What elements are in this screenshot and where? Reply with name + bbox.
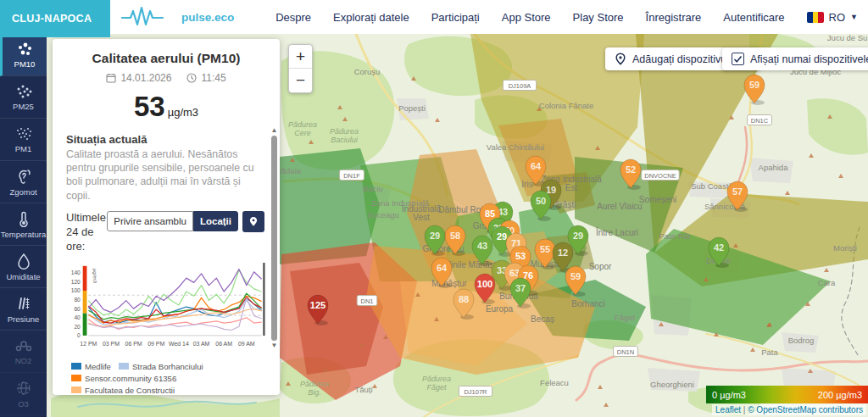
nav-inregistrare[interactable]: Înregistrare <box>646 11 702 24</box>
top-header: pulse.eco Despre Explorați datele Partic… <box>0 0 868 34</box>
map-label: Pata <box>761 348 778 357</box>
leaflet-link[interactable]: Leaflet <box>715 405 741 414</box>
nav-app-store[interactable]: App Store <box>502 11 551 24</box>
map-label: Jucu de Sus <box>827 34 868 42</box>
map-label: Între Lacuri <box>595 227 638 237</box>
sidebar-item-pm25[interactable]: PM25 <box>0 76 47 119</box>
sidebar-item-temperatura[interactable]: Temperatura <box>0 203 47 246</box>
brand-name[interactable]: pulse.eco <box>181 11 234 24</box>
svg-text:120: 120 <box>71 278 81 284</box>
pin-value: 64 <box>531 161 542 171</box>
road-shield-label: DN1 <box>360 297 373 305</box>
map-label: Apahida <box>759 163 789 172</box>
osm-link[interactable]: © OpenStreetMap contributors <box>748 405 863 414</box>
main-nav: Despre Explorați datele Participați App … <box>275 0 858 34</box>
pin-value: 29 <box>497 231 507 242</box>
threshold-band <box>83 265 87 290</box>
legend-swatch <box>119 363 129 370</box>
pin-value: 85 <box>485 208 495 219</box>
language-selector[interactable]: RO ▼ <box>807 11 858 24</box>
sidebar-item-pm1[interactable]: PM1 <box>0 119 47 161</box>
road-shield-label: DN1C <box>751 117 769 125</box>
chevron-down-icon: ▼ <box>850 13 858 21</box>
status-section: Situația actuală Calitate proastă a aeru… <box>66 133 264 203</box>
map-zoom-control: + − <box>288 44 313 93</box>
pin-value: 42 <box>714 242 724 253</box>
zoom-out-button[interactable]: − <box>289 69 312 92</box>
pin-value: 55 <box>540 244 550 254</box>
pin-value: 50 <box>536 196 546 206</box>
pin-value: 57 <box>732 186 743 197</box>
nav-participati[interactable]: Participați <box>431 11 480 24</box>
map-label: PădureaBaciului <box>330 127 359 144</box>
sidebar-item-umiditate[interactable]: Umiditate <box>0 246 47 288</box>
map-label: Făget <box>615 313 636 322</box>
svg-text:09 PM: 09 PM <box>147 341 164 347</box>
range-label: Ultimele 24 de ore: <box>66 211 107 254</box>
nav-autentificare[interactable]: Autentificare <box>723 11 784 24</box>
thermometer-icon <box>15 210 32 227</box>
pm25-dots-icon <box>14 84 33 99</box>
map-label: Cara <box>818 278 836 287</box>
sidebar-item-zgomot[interactable]: Zgomot <box>0 161 47 203</box>
status-heading: Situația actuală <box>66 133 264 146</box>
pin-value: 100 <box>477 279 492 289</box>
pin-icon <box>248 216 259 227</box>
air-quality-panel: Calitatea aerului (PM10) 14.01.2026 11:4… <box>53 39 280 395</box>
svg-text:140: 140 <box>71 270 81 275</box>
map-label: Borhanci <box>571 299 604 309</box>
map-label: Becaș <box>531 314 554 324</box>
sidebar-item-presiune[interactable]: Presiune <box>0 288 47 331</box>
threshold-band <box>83 291 87 313</box>
legend-item: Strada Borhanciului <box>119 362 203 371</box>
zoom-in-button[interactable]: + <box>289 45 312 69</box>
range-row: Ultimele 24 de ore: Privire ansamblu Loc… <box>66 211 264 254</box>
sidebar-item-pm10[interactable]: PM10 <box>0 34 47 76</box>
nav-explorati-datele[interactable]: Explorați datele <box>333 11 409 24</box>
checkbox-checked-icon[interactable] <box>732 53 744 65</box>
legend-swatch <box>71 375 81 381</box>
road-shield-label: DJ109A <box>509 82 531 90</box>
pin-value: 53 <box>515 251 526 261</box>
nav-despre[interactable]: Despre <box>275 11 311 24</box>
nav-play-store[interactable]: Play Store <box>573 11 624 24</box>
pin-value: 29 <box>573 231 583 241</box>
road-shield-label: DN1N <box>617 348 634 356</box>
language-code: RO <box>829 11 846 24</box>
map-label: Sopor <box>589 262 612 271</box>
overview-button[interactable]: Privire ansamblu <box>107 211 193 231</box>
threshold-band <box>83 313 87 335</box>
map-label: Someșeni <box>639 195 676 204</box>
romania-flag-icon <box>807 12 824 23</box>
pin-value: 43 <box>477 241 487 251</box>
history-chart: 020406080100120140µg/m312 PM03 PM06 PM09… <box>59 259 275 359</box>
svg-text:80: 80 <box>74 296 81 302</box>
legend-swatch <box>71 386 81 393</box>
view-toggle: Privire ansamblu Locații <box>107 211 238 231</box>
scale-max-label: 200 µg/m3 <box>818 390 862 400</box>
pin-view-button[interactable] <box>242 211 264 232</box>
chart-legend: MedlifeStrada BorhanciuluiSensor.communi… <box>71 362 268 395</box>
sidebar-item-no2[interactable]: NO2 <box>0 331 47 373</box>
svg-text:06 AM: 06 AM <box>215 341 232 347</box>
city-selector[interactable]: CLUJ-NAPOCA <box>0 0 110 37</box>
svg-text:09 AM: 09 AM <box>238 341 255 347</box>
map-label: Iris <box>521 180 532 189</box>
scroll-down-icon[interactable]: ▼ <box>271 342 278 349</box>
panel-scrollbar[interactable]: ▲ ▼ <box>270 127 278 349</box>
svg-text:100: 100 <box>71 287 81 293</box>
map-label: Gheorghieni <box>650 380 694 389</box>
pin-value: 52 <box>626 164 636 175</box>
confirmed-devices-toggle[interactable]: Afișați numai dispozitivele confirmate <box>722 47 868 70</box>
date-time-row: 14.01.2026 11:45 <box>53 72 280 84</box>
sidebar-item-o3[interactable]: O3 <box>0 373 47 415</box>
scroll-up-icon[interactable]: ▲ <box>271 127 278 134</box>
scale-min-label: 0 µg/m3 <box>712 390 746 400</box>
scrollbar-thumb[interactable] <box>271 136 277 341</box>
legend-item: Facultatea de Constructii <box>71 386 175 395</box>
locations-button[interactable]: Locații <box>193 211 238 231</box>
pm1-dots-icon <box>14 126 33 142</box>
svg-text:40: 40 <box>74 314 81 320</box>
map-label: Moriști <box>833 243 857 253</box>
measurement-sidebar: PM10 PM25 PM1 Zgomot Temperatura Umidita… <box>0 34 47 417</box>
